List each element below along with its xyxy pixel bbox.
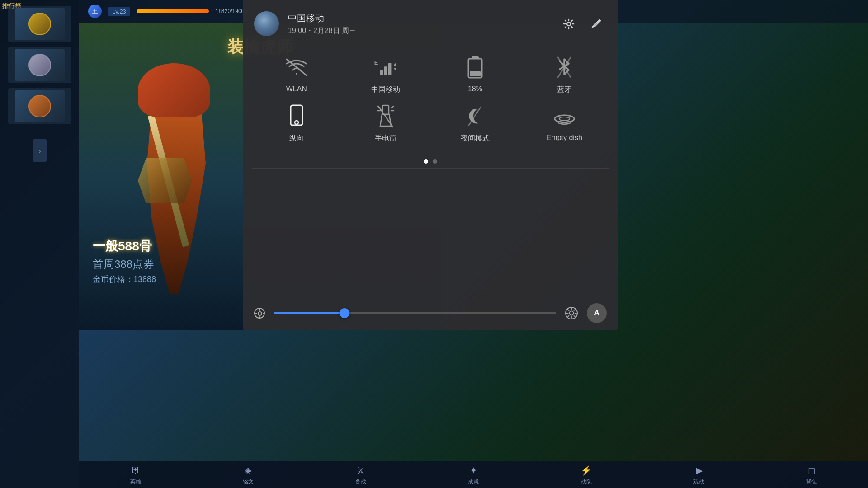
auto-brightness-label: A [594,309,599,317]
svg-text:▼: ▼ [393,66,397,71]
svg-point-22 [555,115,574,122]
svg-line-36 [574,316,576,317]
bluetooth-icon [552,55,577,80]
nav-heroes-label: 英雄 [130,478,141,486]
svg-point-0 [567,22,571,26]
svg-line-38 [568,316,569,317]
rank-item-3[interactable] [8,88,71,124]
auto-brightness-button[interactable]: A [587,303,607,323]
toggle-emptydish[interactable]: Empty dish [524,103,605,142]
rune-icon: ◈ [242,464,255,477]
brightness-slider[interactable] [274,312,556,314]
sidebar-expand-btn[interactable]: › [33,139,47,162]
battery-label: 18% [468,85,482,93]
price-first: 首周388点券 [93,257,156,272]
emptydish-label: Empty dish [547,134,582,142]
toggle-portrait[interactable]: 纵向 [256,103,337,143]
svg-rect-13 [291,105,302,125]
gear-icon [563,18,575,30]
toggle-battery[interactable]: 18% [434,55,516,93]
svg-rect-4 [384,66,387,75]
user-avatar [254,11,279,36]
slider-thumb[interactable] [340,308,349,318]
level-badge: Lv.23 [108,7,130,16]
nav-runes[interactable]: ◈ 铭文 [242,464,255,486]
header-info: 中国移动 19:00・2月28日 周三 [288,12,552,36]
svg-rect-10 [470,71,481,76]
toggles-row-1: WLAN E ▲ ▼ 中国移动 [243,43,618,155]
nav-spectate[interactable]: ▶ 观战 [693,464,705,486]
svg-point-25 [258,312,262,315]
nav-team[interactable]: ⚡ 战队 [580,464,593,486]
wlan-label: WLAN [286,85,307,93]
nav-runes-label: 铭文 [243,478,254,486]
bluetooth-label: 蓝牙 [557,85,571,94]
brightness-max-icon [565,307,578,319]
achievement-icon: ✦ [467,464,480,477]
header-icons [561,16,604,32]
divider-2 [252,168,609,169]
toggle-flashlight[interactable]: 手电筒 [345,103,426,143]
notif-header: 中国移动 19:00・2月28日 周三 [243,0,618,43]
game-logo-icon: 王 [88,5,102,18]
nav-bag-label: 背包 [806,478,817,486]
flashlight-icon [373,103,398,128]
toggle-bluetooth[interactable]: 蓝牙 [524,55,605,94]
bag-icon: ◻ [805,464,818,477]
nightmode-icon [462,103,487,128]
svg-text:▲: ▲ [393,61,397,66]
mobile-label: 中国移动 [371,85,400,94]
portrait-label: 纵向 [289,134,304,143]
nightmode-label: 夜间模式 [461,134,490,143]
page-dots [243,155,618,168]
price-normal: 一般588骨 [93,238,156,255]
nav-spectate-label: 观战 [693,478,704,486]
portrait-icon [284,103,309,128]
nav-team-label: 战队 [581,478,592,486]
svg-text:E: E [374,59,378,66]
brightness-min-icon [254,308,265,319]
flashlight-label: 手电筒 [375,134,396,143]
svg-line-35 [568,310,569,311]
bottom-nav: ⛨ 英雄 ◈ 铭文 ⚔ 备战 ✦ 成就 ⚡ 战队 ▶ 观战 ◻ 背包 [79,461,868,488]
wlan-off-icon [284,55,309,80]
nav-bag[interactable]: ◻ 背包 [805,464,818,486]
slider-fill [274,312,344,314]
dish-icon [552,103,577,128]
left-sidebar: 排行榜 › [0,0,79,488]
nav-achievement-label: 成就 [468,478,479,486]
dot-2 [433,159,437,164]
spectate-icon: ▶ [693,464,705,477]
datetime: 19:00・2月28日 周三 [288,26,552,36]
battery-icon [462,55,487,80]
notification-panel: 中国移动 19:00・2月28日 周三 [243,0,618,330]
svg-rect-5 [388,63,391,75]
signal-icon: E ▲ ▼ [373,55,398,80]
svg-line-37 [574,310,576,311]
dot-1 [424,159,428,164]
brightness-section: A [243,296,618,330]
price-coin: 金币价格：13888 [93,274,156,285]
nav-achievement[interactable]: ✦ 成就 [467,464,480,486]
xp-bar [137,9,209,13]
toggle-nightmode[interactable]: 夜间模式 [434,103,516,143]
nav-prepare-label: 备战 [355,478,366,486]
edit-button[interactable] [588,16,604,32]
carrier-name: 中国移动 [288,12,552,24]
toggle-wlan[interactable]: WLAN [256,55,337,93]
svg-point-14 [295,121,298,124]
rank-item-1[interactable] [8,6,71,42]
team-icon: ⚡ [580,464,593,477]
svg-rect-3 [380,70,382,75]
pencil-icon [590,18,602,30]
sword-icon: ⚔ [354,464,367,477]
svg-point-30 [569,311,573,315]
svg-line-18 [391,106,394,108]
rank-item-2[interactable] [8,47,71,83]
settings-button[interactable] [561,16,577,32]
toggle-mobile[interactable]: E ▲ ▼ 中国移动 [345,55,426,94]
nav-heroes[interactable]: ⛨ 英雄 [129,464,142,486]
nav-prepare[interactable]: ⚔ 备战 [354,464,367,486]
helmet-icon: ⛨ [129,464,142,477]
